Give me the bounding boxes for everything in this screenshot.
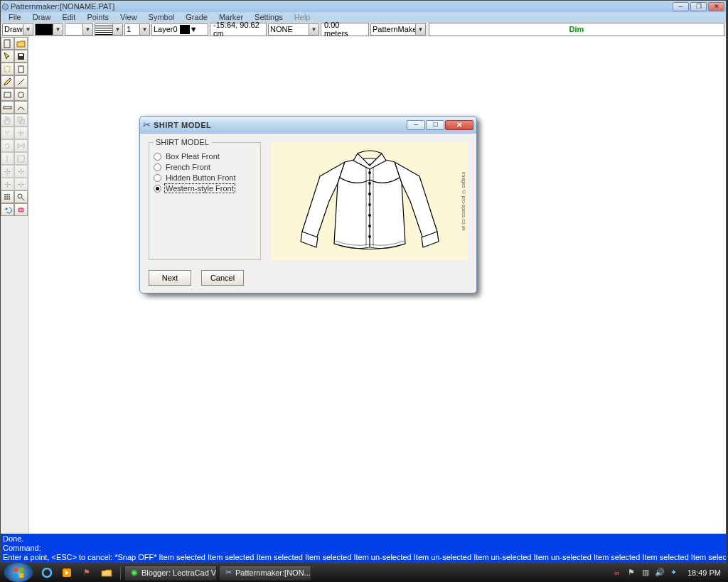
- dialog-minimize-button[interactable]: ─: [407, 120, 425, 130]
- layer-value: Layer0: [154, 25, 178, 33]
- tool-ruler[interactable]: [1, 101, 14, 114]
- menu-edit[interactable]: Edit: [57, 13, 80, 21]
- chevron-down-icon: ▼: [190, 25, 198, 33]
- tool-snap[interactable]: [14, 152, 28, 165]
- tool-new-doc[interactable]: [1, 37, 14, 50]
- line-color-combo[interactable]: ▼: [35, 23, 63, 36]
- tray-link-icon[interactable]: ∞: [612, 568, 622, 578]
- taskbar-media-icon[interactable]: [59, 566, 75, 580]
- svg-rect-5: [20, 65, 22, 67]
- close-button[interactable]: ✕: [708, 2, 724, 11]
- shirt-model-group: SHIRT MODEL Box Pleat Front French Front…: [149, 142, 261, 260]
- radio-icon: [154, 153, 161, 161]
- dim-display: Dim: [429, 23, 724, 36]
- taskbar-clock[interactable]: 18:49 PM: [683, 568, 725, 577]
- status-line3: Enter a point, <ESC> to cancel: *Snap OF…: [3, 553, 726, 561]
- svg-point-8: [18, 92, 24, 97]
- tool-save[interactable]: [14, 50, 28, 63]
- svg-point-41: [43, 568, 51, 577]
- tool-mode-value: Draw: [4, 25, 23, 33]
- line-style-combo[interactable]: ▼: [95, 23, 123, 36]
- svg-rect-4: [18, 66, 23, 72]
- svg-rect-0: [4, 40, 10, 48]
- radio-box-pleat[interactable]: Box Pleat Front: [154, 152, 256, 161]
- tool-flip[interactable]: [14, 126, 28, 139]
- tool-cup[interactable]: [1, 126, 14, 139]
- tool-hand[interactable]: [1, 114, 14, 126]
- menu-view[interactable]: View: [115, 13, 142, 21]
- tray-app-icon[interactable]: ✦: [669, 568, 679, 578]
- tool-eraser[interactable]: [14, 203, 28, 216]
- menu-points[interactable]: Points: [82, 13, 114, 21]
- tool-pencil[interactable]: [1, 75, 14, 88]
- tool-grid[interactable]: [1, 190, 14, 203]
- tool-undo[interactable]: [1, 203, 14, 216]
- layer-combo[interactable]: Layer0▼: [151, 23, 208, 36]
- svg-rect-37: [14, 568, 18, 572]
- svg-point-32: [368, 204, 370, 206]
- menu-symbol[interactable]: Symbol: [144, 13, 180, 21]
- svg-rect-25: [18, 208, 23, 212]
- tool-rotate[interactable]: [1, 139, 14, 152]
- tool-select-arrow[interactable]: [1, 50, 14, 63]
- taskbar-folder-icon[interactable]: [99, 566, 114, 580]
- taskbar-task-patternmaker[interactable]: ✂Patternmaker:[NON...: [219, 565, 311, 581]
- app-combo[interactable]: PatternMaker▼: [370, 23, 426, 36]
- tray-network-icon[interactable]: ▥: [641, 568, 651, 578]
- tool-line[interactable]: [14, 75, 28, 88]
- svg-point-18: [6, 196, 8, 198]
- start-button[interactable]: [4, 563, 33, 582]
- fill-color-combo[interactable]: ▼: [65, 23, 93, 36]
- dialog-title: SHIRT MODEL: [154, 121, 211, 129]
- menu-grade[interactable]: Grade: [181, 13, 213, 21]
- tool-measure2[interactable]: ⊹: [14, 165, 28, 178]
- tool-measure[interactable]: ⊹: [1, 165, 14, 178]
- restore-button[interactable]: ❐: [690, 2, 707, 11]
- radio-western[interactable]: Western-style Front: [154, 184, 256, 193]
- dialog-maximize-button[interactable]: ☐: [426, 120, 444, 130]
- menu-draw[interactable]: Draw: [28, 13, 56, 21]
- line-width-combo[interactable]: 1▼: [124, 23, 150, 36]
- menu-file[interactable]: File: [4, 13, 26, 21]
- shirt-model-dialog: ✂ SHIRT MODEL ─ ☐ ✕ SHIRT MODEL Box Plea…: [139, 116, 477, 293]
- tool-ellipse[interactable]: [14, 88, 28, 101]
- radio-icon: [154, 185, 161, 193]
- tool-zoom[interactable]: [14, 190, 28, 203]
- tool-lasso[interactable]: [1, 63, 14, 75]
- menu-help[interactable]: Help: [289, 13, 316, 21]
- chrome-icon: ◉: [131, 568, 138, 577]
- units-combo[interactable]: NONE▼: [268, 23, 319, 36]
- chevron-down-icon: ▼: [53, 24, 63, 35]
- chevron-down-icon: ▼: [309, 24, 318, 35]
- svg-line-6: [18, 79, 24, 85]
- tray-volume-icon[interactable]: 🔊: [655, 568, 665, 578]
- tray-flag-icon[interactable]: ⚑: [626, 568, 636, 578]
- taskbar-ie-icon[interactable]: [39, 566, 55, 580]
- minimize-button[interactable]: ─: [673, 2, 689, 11]
- tool-duplicate[interactable]: [14, 114, 28, 126]
- tool-rectangle[interactable]: [1, 88, 14, 101]
- task-label: Patternmaker:[NON...: [235, 568, 311, 577]
- svg-point-34: [368, 225, 370, 227]
- tool-curve[interactable]: [14, 101, 28, 114]
- measurement-display: 0.00 meters: [321, 23, 369, 36]
- radio-hidden[interactable]: Hidden Button Front: [154, 173, 256, 182]
- taskbar-pin-icon[interactable]: ⚑: [79, 566, 95, 580]
- group-label: SHIRT MODEL: [154, 138, 211, 146]
- next-button[interactable]: Next: [149, 270, 191, 286]
- tool-open-doc[interactable]: [14, 37, 28, 50]
- tool-measure4[interactable]: ⊹: [14, 178, 28, 190]
- dialog-close-button[interactable]: ✕: [445, 120, 473, 130]
- tool-clipboard[interactable]: [14, 63, 28, 75]
- tool-mirror[interactable]: [14, 139, 28, 152]
- tool-measure3[interactable]: ⊹: [1, 178, 14, 190]
- dialog-titlebar[interactable]: ✂ SHIRT MODEL ─ ☐ ✕: [140, 117, 476, 134]
- taskbar-task-blogger[interactable]: ◉Blogger: LectraCad V...: [124, 565, 217, 581]
- taskbar-separator: [120, 566, 121, 580]
- radio-french[interactable]: French Front: [154, 163, 256, 171]
- svg-point-22: [9, 198, 10, 200]
- cancel-button[interactable]: Cancel: [201, 270, 244, 286]
- tool-mode-combo[interactable]: Draw▼: [2, 23, 33, 36]
- tool-cut-v[interactable]: [1, 152, 14, 165]
- units-value: NONE: [270, 25, 293, 33]
